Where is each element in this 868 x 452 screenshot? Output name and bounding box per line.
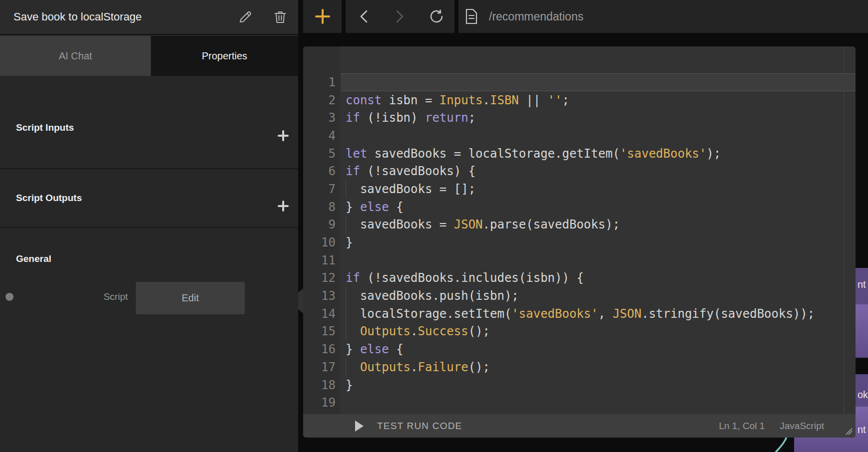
- refresh-button[interactable]: [427, 6, 446, 26]
- pencil-icon: [238, 10, 252, 24]
- panel-tabs: AI Chat Properties: [0, 36, 298, 76]
- line-number: 11: [303, 253, 336, 267]
- script-outputs-title: Script Outputs: [16, 193, 82, 204]
- script-inputs-title: Script Inputs: [16, 122, 74, 133]
- add-output-button[interactable]: [276, 199, 290, 213]
- port-dot[interactable]: [5, 293, 13, 301]
- code-line[interactable]: 3if (!isbn) return;: [303, 109, 856, 127]
- code-line[interactable]: 17 Outputs.Failure();: [303, 358, 856, 376]
- flow-node-partial[interactable]: nt: [856, 268, 868, 304]
- page-document-icon: [465, 8, 478, 24]
- code-text: savedBooks.push(isbn);: [346, 289, 519, 303]
- flow-node-label: ok: [858, 389, 868, 401]
- node-title: Save book to localStorage: [13, 10, 235, 23]
- code-line[interactable]: 15 Outputs.Success();: [303, 323, 856, 341]
- page-path: /recommendations: [489, 10, 583, 23]
- rename-button[interactable]: [235, 7, 255, 27]
- code-line[interactable]: 14 localStorage.setItem('savedBooks', JS…: [303, 305, 856, 323]
- current-page-selector[interactable]: /recommendations: [458, 0, 868, 33]
- line-number: 2: [303, 93, 336, 107]
- section-divider: [0, 227, 298, 228]
- line-number: 13: [303, 289, 336, 303]
- code-line[interactable]: 10}: [303, 233, 856, 251]
- code-line[interactable]: 12if (!savedBooks.includes(isbn)) {: [303, 269, 856, 287]
- code-text: let savedBooks = localStorage.getItem('s…: [346, 147, 721, 161]
- play-icon[interactable]: [355, 421, 364, 432]
- code-line[interactable]: 16} else {: [303, 340, 856, 358]
- connector-wire: [769, 435, 795, 452]
- line-number: 15: [303, 324, 336, 338]
- tab-properties[interactable]: Properties: [151, 36, 298, 76]
- panel-title-bar: Save book to localStorage: [0, 0, 298, 35]
- code-text: }: [346, 235, 353, 249]
- line-number: 16: [303, 342, 336, 356]
- add-page-plus-icon: [315, 9, 330, 24]
- section-divider: [0, 168, 298, 169]
- code-text: savedBooks = [];: [346, 182, 475, 196]
- code-text: if (!isbn) return;: [346, 111, 475, 125]
- code-text: if (!savedBooks.includes(isbn)) {: [346, 271, 584, 285]
- navigation-toolbar: [346, 0, 454, 33]
- add-page-button[interactable]: [303, 0, 342, 33]
- code-text: localStorage.setItem('savedBooks', JSON.…: [346, 307, 815, 321]
- line-number: 10: [303, 235, 336, 249]
- code-text: } else {: [346, 200, 404, 214]
- line-number: 17: [303, 360, 336, 374]
- forward-arrow-icon: [396, 9, 405, 23]
- forward-button[interactable]: [390, 6, 410, 26]
- test-run-code-button[interactable]: TEST RUN CODE: [377, 421, 462, 432]
- language-indicator: JavaScript: [780, 421, 824, 432]
- line-number: 4: [303, 129, 336, 143]
- line-number: 6: [303, 164, 336, 178]
- flow-node-body-partial[interactable]: [856, 304, 868, 358]
- add-input-button[interactable]: [276, 129, 290, 143]
- trash-icon: [274, 10, 287, 24]
- line-number: 12: [303, 271, 336, 285]
- flow-node-label: nt: [858, 424, 866, 436]
- code-line[interactable]: 7 savedBooks = [];: [303, 180, 856, 198]
- refresh-icon: [429, 9, 444, 24]
- code-editor-popover: 12const isbn = Inputs.ISBN || '';3if (!i…: [303, 46, 856, 438]
- tab-ai-chat[interactable]: AI Chat: [0, 36, 151, 76]
- code-line[interactable]: 13 savedBooks.push(isbn);: [303, 287, 856, 305]
- code-line[interactable]: 19: [303, 394, 856, 412]
- line-number: 3: [303, 111, 336, 125]
- properties-content: Script Inputs Script Outputs General Scr…: [0, 76, 298, 452]
- code-line[interactable]: 4: [303, 127, 856, 145]
- line-number: 8: [303, 200, 336, 214]
- app-window: nt ok nt: [0, 0, 868, 452]
- line-number: 18: [303, 378, 336, 392]
- code-text: } else {: [346, 342, 404, 356]
- node-properties-panel: Save book to localStorage AI Chat: [0, 0, 298, 452]
- flow-node-label: nt: [858, 279, 866, 290]
- code-text: if (!savedBooks) {: [346, 164, 475, 178]
- code-text: const isbn = Inputs.ISBN || '';: [346, 93, 569, 107]
- code-area[interactable]: 12const isbn = Inputs.ISBN || '';3if (!i…: [303, 73, 856, 412]
- cursor-position: Ln 1, Col 1: [719, 421, 765, 432]
- line-number: 5: [303, 147, 336, 161]
- line-number: 14: [303, 307, 336, 321]
- back-button[interactable]: [354, 6, 374, 26]
- code-line[interactable]: 18}: [303, 376, 856, 394]
- code-line[interactable]: 5let savedBooks = localStorage.getItem('…: [303, 145, 856, 163]
- editor-status-bar: TEST RUN CODE Ln 1, Col 1 JavaScript: [303, 414, 856, 438]
- resize-grip-icon[interactable]: [843, 426, 853, 436]
- code-line[interactable]: 2const isbn = Inputs.ISBN || '';: [303, 91, 856, 109]
- code-line[interactable]: 6if (!savedBooks) {: [303, 162, 856, 180]
- code-line[interactable]: 8} else {: [303, 198, 856, 216]
- code-text: Outputs.Success();: [346, 324, 490, 338]
- delete-button[interactable]: [270, 7, 290, 27]
- line-number: 19: [303, 396, 336, 410]
- code-text: savedBooks = JSON.parse(savedBooks);: [346, 218, 620, 231]
- code-line[interactable]: 9 savedBooks = JSON.parse(savedBooks);: [303, 216, 856, 234]
- script-property-label: Script: [103, 291, 128, 302]
- back-arrow-icon: [359, 9, 368, 23]
- line-number: 7: [303, 182, 336, 196]
- code-text: Outputs.Failure();: [346, 360, 490, 374]
- line-number: 1: [303, 75, 336, 89]
- line-number: 9: [303, 218, 336, 231]
- code-line[interactable]: 1: [303, 73, 856, 91]
- edit-script-button[interactable]: Edit: [136, 282, 245, 314]
- code-line[interactable]: 11: [303, 251, 856, 269]
- code-text: }: [346, 378, 353, 392]
